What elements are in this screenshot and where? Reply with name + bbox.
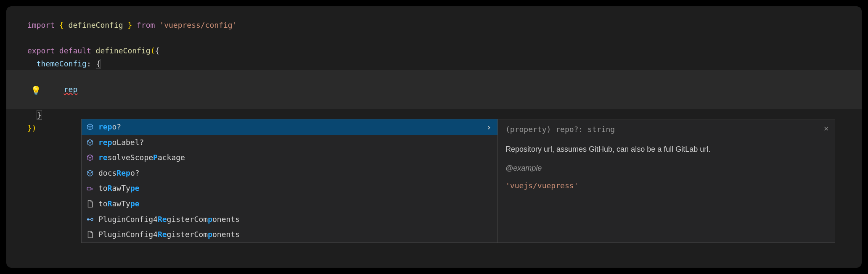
field-icon (86, 138, 94, 147)
field-icon (86, 169, 94, 177)
suggestion-item[interactable]: resolveScopePackage (82, 150, 498, 166)
code-line-2[interactable] (6, 32, 862, 45)
code-line-4[interactable]: themeConfig: { (6, 58, 862, 71)
close-braces: }) (27, 124, 37, 132)
detail-example-code: 'vuejs/vuepress' (505, 180, 827, 192)
suggestion-label: docsRepo? (98, 167, 140, 180)
brace-matched: } (37, 110, 42, 120)
suggestion-label: PluginConfig4RegisterComponents (98, 228, 240, 241)
indent (45, 85, 64, 94)
snippet-icon (86, 200, 94, 208)
lightbulb-icon[interactable]: 💡 (31, 83, 41, 97)
code-line-1[interactable]: import { defineConfig } from 'vuepress/c… (6, 19, 862, 32)
svg-point-1 (87, 218, 89, 220)
suggestion-label: repoLabel? (98, 136, 144, 149)
code-line-5-current[interactable]: 💡 rep (6, 70, 862, 109)
keyword-default: default (55, 46, 91, 55)
suggestion-label: PluginConfig4RegisterComponents (98, 213, 240, 226)
keyword-import: import (27, 21, 55, 29)
suggestion-item[interactable]: toRawType (82, 181, 498, 196)
detail-signature: (property) repo?: string (505, 124, 827, 136)
suggestion-item[interactable]: toRawType (82, 196, 498, 212)
typing-text: rep (64, 85, 78, 94)
close-icon[interactable]: ✕ (823, 124, 829, 134)
indent (27, 59, 37, 68)
suggestion-label: resolveScopePackage (98, 151, 185, 164)
function-call: defineConfig (91, 46, 151, 55)
suggestion-item[interactable]: docsRepo? (82, 166, 498, 181)
suggestion-label: toRawType (98, 182, 140, 195)
colon: : (87, 59, 96, 68)
svg-point-2 (91, 218, 93, 220)
paren: ( (151, 46, 155, 55)
brace: } (123, 21, 137, 29)
suggestion-detail-panel: ✕ (property) repo?: string Repository ur… (498, 119, 835, 242)
code-line-3[interactable]: export default defineConfig({ (6, 45, 862, 58)
detail-example-tag: @example (505, 162, 827, 174)
indent (27, 111, 37, 119)
module-icon (86, 153, 94, 162)
brace: { (155, 46, 159, 55)
suggestion-item[interactable]: PluginConfig4RegisterComponents (82, 227, 498, 242)
suggestion-label: toRawType (98, 198, 140, 211)
field-icon (86, 123, 94, 131)
detail-documentation: Repository url, assumes GitHub, can also… (505, 143, 827, 155)
code-editor[interactable]: import { defineConfig } from 'vuepress/c… (6, 6, 862, 268)
svg-rect-0 (87, 187, 91, 190)
method-icon (86, 184, 94, 193)
suggestion-item[interactable]: repoLabel? (82, 135, 498, 150)
suggestion-item[interactable]: PluginConfig4RegisterComponents (82, 212, 498, 227)
intellisense-popup: repo?repoLabel?resolveScopePackagedocsRe… (81, 119, 835, 243)
keyword-export: export (27, 46, 55, 55)
snippet-icon (86, 230, 94, 239)
brace-matched: { (96, 59, 101, 68)
suggestion-label: repo? (98, 121, 121, 134)
property: themeConfig (37, 59, 87, 68)
suggestion-item[interactable]: repo? (82, 119, 498, 135)
keyword-from: from (137, 21, 155, 29)
brace: { (55, 21, 69, 29)
identifier: defineConfig (69, 21, 123, 29)
string-literal: 'vuepress/config' (155, 21, 237, 29)
suggestion-list[interactable]: repo?repoLabel?resolveScopePackagedocsRe… (82, 119, 498, 242)
variable-icon (86, 215, 94, 224)
